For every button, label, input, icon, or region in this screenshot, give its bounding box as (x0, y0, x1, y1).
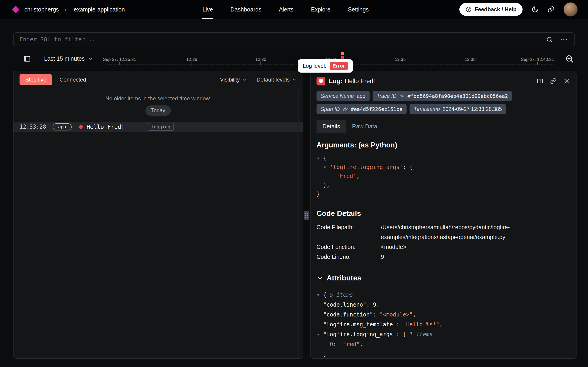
details-content: Arguments: (as Python) ▾ { ▾ 'logfire.lo… (311, 133, 576, 359)
chip-value: app (356, 93, 365, 99)
log-timestamp: 12:33:28 (19, 124, 46, 130)
dark-mode-toggle[interactable] (531, 6, 539, 13)
tooltip-label: Log level: (303, 63, 326, 69)
code-detail-label: Code Function: (316, 242, 381, 252)
link-icon (342, 106, 348, 112)
close-icon[interactable] (563, 78, 570, 84)
arguments-heading: Arguments: (as Python) (316, 141, 570, 149)
stop-live-button[interactable]: Stop live (19, 74, 52, 85)
chip-span-id[interactable]: Span ID#ea4d5f226ec151be (316, 104, 406, 114)
chip-label: Span ID (321, 106, 340, 112)
more-options-icon[interactable]: ⋯ (560, 36, 569, 43)
timeline-tick-label: 12:30 (255, 57, 266, 62)
nav-item-live[interactable]: Live (194, 0, 222, 19)
log-message: Hello Fred! (87, 124, 125, 130)
error-level-icon (78, 124, 83, 129)
open-panel-icon[interactable] (537, 78, 543, 84)
service-tag[interactable]: app (53, 123, 72, 130)
code-line: ), (316, 181, 570, 190)
feedback-help-label: Feedback / Help (474, 6, 517, 13)
sidebar-toggle-button[interactable] (21, 53, 33, 65)
share-link-button[interactable] (547, 6, 555, 13)
code-details-heading: Code Details (316, 209, 570, 218)
tab-raw-data[interactable]: Raw Data (346, 120, 383, 133)
details-title-text: Hello Fred! (345, 78, 375, 85)
time-range-selector[interactable]: Last 15 minutes (44, 55, 93, 62)
code-line: ▾ 'logfire.logging_args': ( (316, 163, 570, 172)
copy-link-icon[interactable] (550, 78, 557, 84)
timeline-tick-mark (191, 62, 192, 65)
visibility-label: Visibility (220, 76, 240, 83)
log-row[interactable]: 12:33:28 app Hello Fred! logging (14, 122, 303, 132)
zoom-in-button[interactable] (565, 54, 574, 64)
code-line: ▾ { 5 items (316, 290, 570, 300)
breadcrumb-org[interactable]: christophergs (24, 6, 59, 13)
collapse-chevron-icon[interactable] (316, 275, 323, 282)
panel-resize-handle[interactable] (304, 211, 309, 220)
time-range-label: Last 15 minutes (44, 55, 85, 62)
chevron-down-icon (292, 77, 297, 82)
code-detail-value: /Users/christophersamiullah/repos/pydant… (381, 222, 570, 242)
timeline-tick-label: Sep 27, 12:40:31 (521, 57, 554, 62)
details-title-prefix: Log: (329, 78, 342, 85)
chip-trace-id[interactable]: Trace ID#fdd5694a8fa98eb4e301d99ebc056ea… (373, 91, 512, 101)
nav-item-settings[interactable]: Settings (339, 0, 377, 19)
chip-label: Service Name (321, 93, 354, 99)
timeline-tick-label: Sep 27, 12:25:31 (103, 57, 136, 62)
timeline-tick-mark (537, 62, 538, 65)
empty-state: No older items in the selected time wind… (14, 88, 303, 116)
chip-row: Service NameappTrace ID#fdd5694a8fa98eb4… (311, 85, 576, 114)
nav-item-explore[interactable]: Explore (302, 0, 339, 19)
code-line: "code.lineno": 9, (316, 300, 570, 310)
details-title: Log: Hello Fred! (329, 78, 375, 85)
zoom-in-icon (565, 54, 574, 63)
visibility-dropdown[interactable]: Visibility (220, 76, 247, 83)
feedback-help-button[interactable]: Feedback / Help (459, 3, 522, 16)
live-panel-header: Stop live Connected Visibility Default l… (14, 71, 303, 88)
chip-value: #ea4d5f226ec151be (351, 106, 402, 112)
timeline-tick-mark (260, 62, 261, 65)
navbar: christophergs › example-application Live… (0, 0, 588, 19)
details-tabs: DetailsRaw Data (316, 120, 570, 133)
sql-filter-input[interactable] (19, 36, 546, 43)
chip-timestamp[interactable]: Timestamp2024-09-27 12:33:28.385 (410, 104, 506, 114)
logger-tag[interactable]: logging (148, 123, 174, 131)
chip-service-name[interactable]: Service Nameapp (316, 91, 370, 101)
logfire-logo-icon[interactable] (12, 6, 19, 13)
code-detail-label: Code Lineno: (316, 252, 381, 262)
code-line: 0: "Fred", (316, 339, 570, 349)
help-circle-icon (465, 6, 472, 13)
chevron-down-icon (242, 77, 247, 82)
attributes-divider (316, 286, 570, 286)
timeline-tick-mark (119, 62, 120, 65)
link-icon (547, 6, 555, 13)
chip-value: #fdd5694a8fa98eb4e301d99ebc056ea2 (407, 93, 508, 99)
chip-label: Trace ID (377, 93, 397, 99)
default-levels-label: Default levels (257, 76, 290, 83)
breadcrumb-project[interactable]: example-application (74, 6, 125, 13)
live-panel: Stop live Connected Visibility Default l… (13, 71, 303, 359)
user-avatar[interactable] (563, 2, 578, 17)
navbar-actions: Feedback / Help (459, 2, 578, 17)
timeline-tick-label: 12:28 (186, 57, 197, 62)
code-line: ▾ { (316, 154, 570, 163)
sql-filter-bar: ⋯ (13, 32, 575, 46)
default-levels-dropdown[interactable]: Default levels (257, 76, 297, 83)
breadcrumb-separator-icon: › (64, 6, 66, 13)
search-icon[interactable] (546, 36, 553, 43)
attributes-heading: Attributes (327, 274, 361, 282)
nav-item-alerts[interactable]: Alerts (270, 0, 302, 19)
code-line: "logfire.msg_template": "Hello %s!", (316, 320, 570, 330)
nav-item-dashboards[interactable]: Dashboards (222, 0, 270, 19)
log-level-tooltip: Log level: Error (298, 59, 353, 73)
tab-details[interactable]: Details (316, 120, 346, 133)
link-icon (399, 93, 405, 99)
today-button[interactable]: Today (145, 105, 171, 116)
error-badge: Error (330, 62, 348, 70)
details-header: Log: Hello Fred! (311, 71, 576, 85)
code-detail-row: Code Function:<module> (316, 242, 570, 252)
time-bar: Last 15 minutes Sep 27, 12:25:3112:2812:… (13, 50, 575, 67)
timeline-tick-label: 12:38 (465, 57, 476, 62)
chip-label: Timestamp (414, 106, 440, 112)
chevron-down-icon (88, 56, 93, 62)
